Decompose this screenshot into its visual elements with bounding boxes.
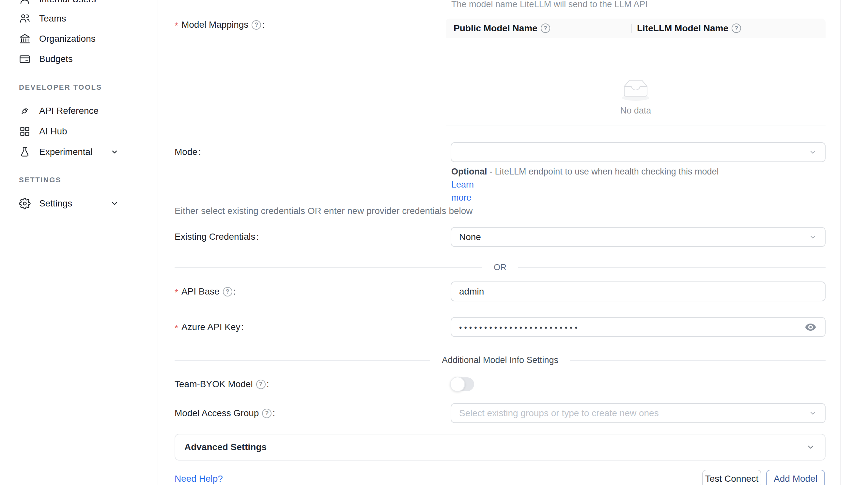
sidebar-item-teams[interactable]: Teams	[0, 9, 158, 28]
need-help-link[interactable]: Need Help?	[175, 474, 223, 484]
chevron-down-icon	[809, 233, 817, 241]
sidebar-item-label: Settings	[39, 198, 72, 209]
or-divider: OR	[175, 262, 826, 272]
help-circle-icon[interactable]: ?	[262, 409, 272, 418]
sidebar-item-label: Internal Users	[39, 0, 96, 5]
test-connect-button[interactable]: Test Connect	[702, 470, 761, 485]
chevron-down-icon	[110, 148, 119, 156]
grid-icon	[19, 126, 31, 137]
empty-inbox-icon	[619, 77, 652, 102]
bank-icon	[19, 33, 31, 45]
api-base-input[interactable]: admin	[451, 282, 826, 301]
sidebar-item-ai-hub[interactable]: AI Hub	[0, 122, 158, 141]
sidebar-item-label: Experimental	[39, 147, 92, 157]
table-body: No data	[446, 38, 826, 126]
column-header-public-model-name: Public Model Name ?	[446, 23, 631, 34]
sidebar-item-label: AI Hub	[39, 126, 67, 137]
toggle-knob	[450, 377, 465, 392]
content-right-divider	[840, 0, 841, 485]
sidebar: Internal Users Teams Organizations Budge…	[0, 0, 158, 485]
mode-select[interactable]	[451, 142, 826, 162]
model-access-group-placeholder: Select existing groups or type to create…	[459, 408, 659, 418]
empty-state: No data	[446, 77, 826, 116]
sidebar-item-api-reference[interactable]: API Reference	[0, 101, 158, 121]
users-icon	[19, 13, 31, 25]
chevron-down-icon	[806, 443, 815, 452]
sidebar-item-label: Teams	[39, 13, 66, 24]
model-mappings-table: Public Model Name ? LiteLLM Model Name ?…	[446, 19, 826, 126]
azure-api-key-input[interactable]: ••••••••••••••••••••••••	[451, 317, 826, 337]
no-data-text: No data	[620, 106, 651, 116]
advanced-settings-panel[interactable]: Advanced Settings	[175, 434, 826, 460]
table-header: Public Model Name ? LiteLLM Model Name ?	[446, 19, 826, 38]
api-base-label: * API Base ? :	[175, 286, 236, 297]
sidebar-item-settings[interactable]: Settings	[0, 194, 158, 213]
chevron-down-icon	[809, 409, 817, 418]
user-icon	[19, 0, 31, 5]
sidebar-item-budgets[interactable]: Budgets	[0, 49, 158, 69]
sidebar-section-developer-tools: DEVELOPER TOOLS	[19, 83, 102, 92]
chevron-down-icon	[110, 199, 119, 208]
required-marker: *	[175, 287, 178, 298]
learn-more-link[interactable]: more	[451, 193, 471, 202]
sidebar-item-internal-users[interactable]: Internal Users	[0, 0, 158, 9]
help-circle-icon[interactable]: ?	[252, 20, 261, 30]
column-header-litellm-model-name: LiteLLM Model Name ?	[631, 23, 741, 34]
credentials-note: Either select existing credentials OR en…	[175, 206, 473, 216]
plug-icon	[19, 105, 31, 117]
existing-credentials-value: None	[459, 232, 481, 243]
azure-api-key-label: * Azure API Key :	[175, 321, 244, 333]
column-divider	[631, 24, 632, 33]
help-circle-icon[interactable]: ?	[223, 287, 232, 296]
team-byok-label: Team-BYOK Model ? :	[175, 378, 269, 390]
model-access-group-label: Model Access Group ? :	[175, 408, 275, 419]
sidebar-item-label: Organizations	[39, 34, 96, 44]
sidebar-item-label: Budgets	[39, 54, 73, 64]
api-base-value: admin	[459, 286, 484, 297]
advanced-settings-title: Advanced Settings	[184, 442, 267, 452]
gear-icon	[19, 198, 31, 209]
eye-icon[interactable]	[805, 323, 816, 331]
litellm-model-help-text: The model name LiteLLM will send to the …	[451, 0, 648, 9]
model-mappings-label: * Model Mappings ? :	[175, 19, 265, 31]
sidebar-item-experimental[interactable]: Experimental	[0, 142, 158, 162]
team-byok-toggle[interactable]	[451, 377, 474, 391]
required-marker: *	[175, 323, 178, 333]
additional-settings-divider: Additional Model Info Settings	[175, 355, 826, 365]
credit-card-icon	[19, 53, 31, 65]
masked-api-key-value: ••••••••••••••••••••••••	[459, 323, 580, 332]
required-marker: *	[175, 21, 178, 31]
sidebar-section-settings: SETTINGS	[19, 176, 61, 184]
learn-more-link[interactable]: Learn	[451, 180, 474, 190]
sidebar-item-label: API Reference	[39, 106, 98, 116]
add-model-page: Internal Users Teams Organizations Budge…	[0, 0, 868, 485]
mode-help-text: Optional - LiteLLM endpoint to use when …	[451, 165, 722, 204]
existing-credentials-select[interactable]: None	[451, 227, 826, 247]
add-model-button[interactable]: Add Model	[766, 470, 825, 485]
model-access-group-select[interactable]: Select existing groups or type to create…	[451, 403, 826, 423]
help-circle-icon[interactable]: ?	[256, 380, 266, 389]
help-circle-icon[interactable]: ?	[732, 24, 741, 33]
mode-label: Mode :	[175, 146, 201, 158]
sidebar-item-organizations[interactable]: Organizations	[0, 29, 158, 48]
help-circle-icon[interactable]: ?	[541, 24, 550, 33]
flask-icon	[19, 146, 31, 158]
existing-credentials-label: Existing Credentials :	[175, 231, 259, 243]
chevron-down-icon	[809, 148, 817, 157]
